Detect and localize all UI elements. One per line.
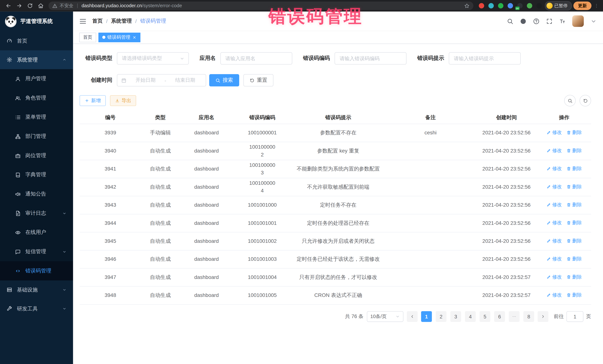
delete-link[interactable]: 删除 — [567, 129, 582, 136]
sidebar-item-audit-log[interactable]: 审计日志 — [0, 204, 73, 223]
row-type: 手动编辑 — [141, 124, 180, 142]
edit-link[interactable]: 修改 — [546, 219, 562, 226]
app-logo[interactable]: 芋道管理系统 — [0, 11, 73, 32]
browser-forward-icon[interactable] — [16, 3, 22, 9]
extension-icon[interactable] — [508, 3, 513, 9]
extension-icon[interactable] — [488, 3, 494, 9]
toggle-search-button[interactable] — [564, 95, 576, 106]
edit-link[interactable]: 修改 — [546, 255, 562, 263]
delete-link[interactable]: 删除 — [567, 165, 582, 172]
add-button[interactable]: 新增 — [80, 95, 106, 106]
sidebar-item-sms-management[interactable]: 短信管理 — [0, 242, 73, 261]
delete-link[interactable]: 删除 — [567, 237, 582, 244]
browser-update-button[interactable]: 更新 — [573, 1, 591, 10]
view-tab[interactable]: 错误码管理 — [99, 33, 140, 42]
sidebar-item-home[interactable]: 首页 — [0, 32, 73, 50]
search-button[interactable]: 搜索 — [209, 74, 239, 86]
page-button[interactable]: 5 — [480, 311, 490, 322]
page-button[interactable]: 3 — [450, 311, 461, 322]
sidebar-item-online-users[interactable]: 在线用户 — [0, 223, 73, 242]
edit-link[interactable]: 修改 — [546, 147, 562, 154]
sidebar-item-user-management[interactable]: 用户管理 — [0, 69, 73, 88]
sidebar-item-notice-announcement[interactable]: 通知公告 — [0, 184, 73, 204]
sidebar-item-post-management[interactable]: 岗位管理 — [0, 146, 73, 165]
sidebar-item-label: 菜单管理 — [25, 114, 46, 121]
avatar-dropdown-caret-icon[interactable] — [590, 18, 597, 24]
row-msg: CRON 表达式不正确 — [291, 286, 385, 304]
page-button[interactable]: 2 — [436, 311, 446, 322]
hamburger-icon[interactable] — [79, 17, 86, 25]
edit-link[interactable]: 修改 — [546, 165, 562, 172]
filter-row-2: 创建时间 开始日期 - 结束日期 搜索 — [80, 74, 591, 86]
view-tab[interactable]: 首页 — [79, 33, 96, 42]
edit-link[interactable]: 修改 — [546, 273, 562, 280]
reset-button-label: 重置 — [257, 77, 267, 84]
fullscreen-icon[interactable] — [546, 18, 553, 24]
extension-icon[interactable] — [536, 3, 542, 9]
help-icon[interactable] — [533, 18, 540, 24]
sidebar-item-role-management[interactable]: 角色管理 — [0, 88, 73, 108]
error-code-input[interactable] — [335, 52, 406, 65]
sidebar-item-dept-management[interactable]: 部门管理 — [0, 127, 73, 146]
delete-link[interactable]: 删除 — [567, 292, 582, 298]
edit-link[interactable]: 修改 — [546, 183, 562, 190]
extension-icon[interactable]: on — [517, 3, 522, 9]
create-time-range-picker[interactable]: 开始日期 - 结束日期 — [117, 74, 206, 86]
sidebar-item-infrastructure[interactable]: 基础设施 — [0, 280, 73, 299]
delete-label: 删除 — [572, 147, 582, 154]
breadcrumb-item[interactable]: 系统管理 — [111, 18, 132, 24]
delete-link[interactable]: 删除 — [567, 183, 582, 190]
refresh-table-button[interactable] — [580, 95, 591, 106]
page-button[interactable]: 6 — [494, 311, 505, 322]
reset-button[interactable]: 重置 — [244, 74, 274, 86]
prev-page-button[interactable] — [407, 311, 418, 322]
next-page-button[interactable] — [538, 311, 548, 322]
row-id: 3948 — [80, 286, 141, 304]
error-type-select[interactable]: 请选择错误码类型 — [117, 52, 189, 65]
page-size-select[interactable]: 10条/页 — [367, 311, 403, 322]
close-icon[interactable] — [132, 35, 137, 39]
audit-icon — [15, 210, 21, 216]
delete-link[interactable]: 删除 — [567, 255, 582, 263]
page-button[interactable]: 1 — [421, 311, 432, 322]
sidebar-item-dev-tools[interactable]: 研发工具 — [0, 299, 73, 318]
search-icon[interactable] — [507, 18, 513, 24]
trash-icon — [567, 239, 571, 243]
extension-icon[interactable] — [498, 3, 503, 9]
address-bar[interactable]: 不安全 dashboard.yudao.iocoder.cn/system/er… — [48, 1, 473, 10]
export-button[interactable]: 导出 — [110, 95, 136, 106]
github-icon[interactable] — [520, 18, 526, 24]
browser-home-icon[interactable] — [38, 3, 44, 9]
browser-reload-icon[interactable] — [27, 3, 33, 9]
edit-link[interactable]: 修改 — [546, 201, 562, 208]
sidebar-item-dict-management[interactable]: 字典管理 — [0, 165, 73, 184]
sidebar-item-error-code-management[interactable]: 错误码管理 — [0, 261, 73, 280]
delete-link[interactable]: 删除 — [567, 273, 582, 280]
edit-link[interactable]: 修改 — [546, 292, 562, 298]
error-msg-input[interactable] — [449, 52, 521, 65]
font-size-icon[interactable] — [559, 18, 566, 24]
sidebar-item-menu-management[interactable]: 菜单管理 — [0, 108, 73, 127]
page-button[interactable]: 8 — [523, 311, 534, 322]
delete-link[interactable]: 删除 — [567, 147, 582, 154]
user-avatar[interactable] — [572, 15, 584, 27]
extension-icon[interactable] — [527, 3, 532, 9]
goto-page-input[interactable] — [567, 311, 583, 322]
page-button[interactable]: 4 — [465, 311, 476, 322]
browser-menu-icon[interactable] — [594, 3, 599, 9]
page-more-button[interactable] — [509, 311, 520, 322]
browser-back-icon[interactable] — [5, 3, 12, 9]
edit-link[interactable]: 修改 — [546, 129, 562, 136]
sidebar: 芋道管理系统 首页系统管理用户管理角色管理菜单管理部门管理岗位管理字典管理通知公… — [0, 11, 73, 364]
delete-link[interactable]: 删除 — [567, 219, 582, 226]
breadcrumb-item[interactable]: 首页 — [92, 18, 103, 24]
search-icon — [215, 78, 220, 83]
profile-sync-paused-chip[interactable]: 已暂停 — [545, 1, 572, 10]
row-app: dashboard — [180, 286, 233, 304]
delete-link[interactable]: 删除 — [567, 201, 582, 208]
bookmark-star-icon[interactable] — [464, 3, 469, 9]
app-name-input[interactable] — [220, 52, 292, 65]
edit-link[interactable]: 修改 — [546, 237, 562, 244]
sidebar-item-system-management[interactable]: 系统管理 — [0, 50, 73, 69]
extension-icon[interactable] — [478, 3, 484, 9]
